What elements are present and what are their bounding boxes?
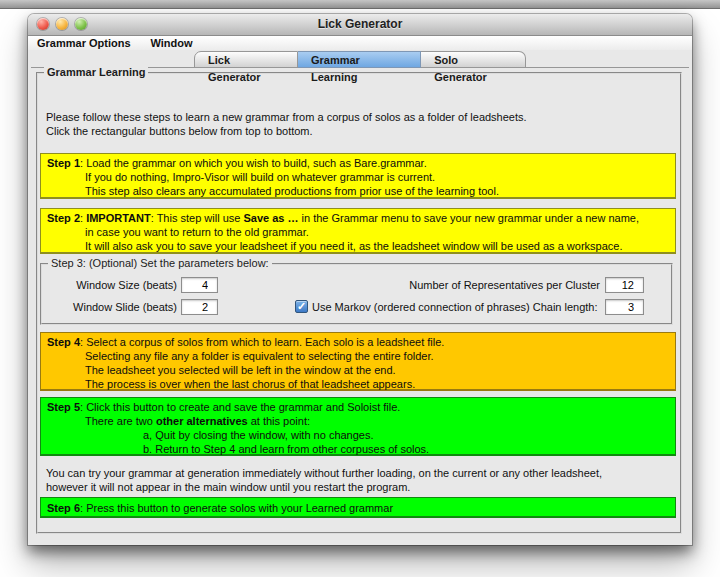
outro-line-2: however it will not appear in the main w… <box>46 480 602 494</box>
use-markov-checkbox[interactable]: ✓ <box>295 300 308 313</box>
window-size-label: Window Size (beats) <box>42 279 177 291</box>
tab-lick-generator[interactable]: Lick Generator <box>194 51 298 68</box>
window-slide-label: Window Slide (beats) <box>42 301 177 313</box>
content-area: Lick Generator Grammar Learning Solo Gen… <box>28 50 692 545</box>
menu-bar: Grammar Options Window <box>28 36 692 51</box>
step5-button[interactable]: Step 5: Click this button to create and … <box>40 397 676 456</box>
lick-generator-window: Lick Generator Grammar Options Window Li… <box>28 14 692 545</box>
menu-grammar-options[interactable]: Grammar Options <box>37 37 131 49</box>
title-bar[interactable]: Lick Generator <box>28 14 692 36</box>
minimize-button[interactable] <box>56 18 68 30</box>
representatives-label: Number of Representatives per Cluster <box>242 279 600 291</box>
background-window-edge <box>0 0 720 9</box>
close-button[interactable] <box>37 18 49 30</box>
representatives-input[interactable] <box>605 277 644 293</box>
step1-button[interactable]: Step 1: Load the grammar on which you wi… <box>40 153 676 199</box>
window-slide-input[interactable] <box>181 299 218 315</box>
intro-line-2: Click the rectangular buttons below from… <box>46 124 527 138</box>
menu-window[interactable]: Window <box>151 37 193 49</box>
use-markov-label: Use Markov (ordered connection of phrase… <box>312 301 598 313</box>
checkmark-icon: ✓ <box>297 300 306 312</box>
intro-line-1: Please follow these steps to learn a new… <box>46 110 527 124</box>
step2-button[interactable]: Step 2: IMPORTANT: This step will use Sa… <box>40 208 676 254</box>
grammar-learning-panel: Grammar Learning Please follow these ste… <box>36 72 682 534</box>
step4-button[interactable]: Step 4: Select a corpus of solos from wh… <box>40 332 676 391</box>
zoom-button[interactable] <box>75 18 87 30</box>
step3-title: Step 3: (Optional) Set the parameters be… <box>48 257 272 269</box>
window-size-input[interactable] <box>181 277 218 293</box>
tab-solo-generator[interactable]: Solo Generator <box>421 51 526 68</box>
tab-grammar-learning[interactable]: Grammar Learning <box>298 51 421 68</box>
panel-title: Grammar Learning <box>44 66 148 78</box>
outro-line-1: You can try your grammar at generation i… <box>46 466 602 480</box>
tab-bar: Lick Generator Grammar Learning Solo Gen… <box>194 51 526 68</box>
chain-length-input[interactable] <box>605 299 644 315</box>
window-title: Lick Generator <box>28 14 692 35</box>
intro-text: Please follow these steps to learn a new… <box>46 110 527 138</box>
step3-parameters-panel: Step 3: (Optional) Set the parameters be… <box>40 263 673 325</box>
outro-text: You can try your grammar at generation i… <box>46 466 602 494</box>
step6-button[interactable]: Step 6: Press this button to generate so… <box>40 497 676 518</box>
